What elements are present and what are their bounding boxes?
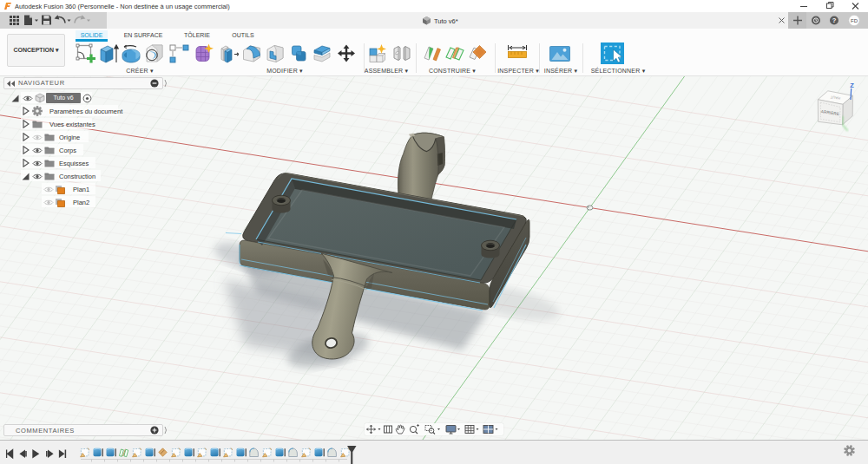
svg-text:Z: Z: [850, 82, 854, 89]
svg-text:?: ?: [832, 16, 837, 24]
svg-text:Tuto v6*: Tuto v6*: [434, 17, 458, 25]
svg-text:FD: FD: [851, 18, 858, 23]
